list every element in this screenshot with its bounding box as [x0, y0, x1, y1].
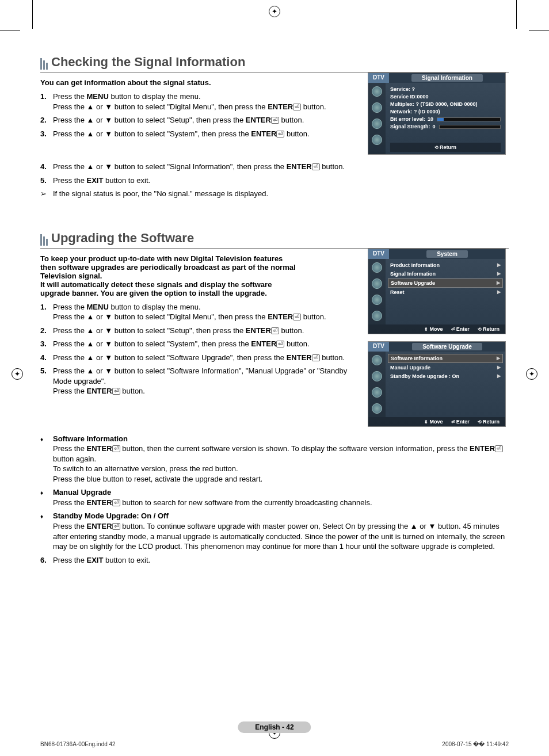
step-text: Press the EXIT button to exit.	[53, 175, 509, 186]
osd-footer: Move Enter Return	[368, 417, 505, 426]
gear-icon	[372, 387, 382, 398]
step-text: Press the MENU button to display the men…	[53, 91, 356, 112]
step-text: Press the ▲ or ▼ button to select "Softw…	[53, 366, 356, 396]
osd-title: Software Upgrade	[412, 343, 482, 350]
crop-mark	[529, 30, 549, 30]
osd-system-menu: DTV System Product Information▶ Signal	[368, 249, 506, 334]
menu-item[interactable]: Product Information▶	[388, 261, 503, 269]
section-title: Checking the Signal Information	[51, 55, 245, 72]
antenna-icon	[372, 371, 382, 381]
step-text: Press the ▲ or ▼ button to select "Syste…	[53, 129, 356, 139]
language-icon	[372, 403, 382, 414]
section-signal-info: Checking the Signal Information You can …	[40, 55, 509, 199]
bullet-body: Press the ENTER⏎ button to search for ne…	[53, 498, 372, 507]
osd-sidebar-icons	[368, 259, 386, 324]
osd-badge: DTV	[368, 73, 389, 83]
step-text: Press the ▲ or ▼ button to select "Syste…	[53, 339, 356, 349]
section-title: Upgrading the Software	[51, 231, 194, 248]
step-text: Press the MENU button to display the men…	[53, 302, 356, 322]
step-text: Press the ▲ or ▼ button to select "Signa…	[53, 162, 509, 172]
crop-mark	[0, 30, 20, 30]
page-number: English - 42	[238, 721, 311, 733]
bullet-body: Press the ENTER⏎ button. To continue sof…	[53, 522, 505, 551]
info-line: Service ID:0000	[390, 94, 501, 100]
registration-mark-icon	[269, 6, 280, 17]
globe-icon	[372, 86, 382, 97]
osd-sidebar-icons	[368, 83, 386, 154]
bullet-title: Software Information	[53, 434, 509, 444]
registration-mark-icon	[526, 368, 537, 380]
menu-item[interactable]: Standby Mode upgrade : On▶	[388, 372, 503, 380]
osd-sidebar-icons	[368, 352, 386, 417]
info-line: Multiplex: ? (TSID 0000, ONID 0000)	[390, 101, 501, 107]
bullet-list: Software InformationPress the ENTER⏎ but…	[40, 434, 509, 552]
info-line: Network: ? (ID 0000)	[390, 109, 501, 114]
step-text: Press the EXIT button to exit.	[53, 555, 509, 566]
note-arrow-icon	[40, 189, 53, 199]
menu-item[interactable]: Signal Information▶	[388, 270, 503, 278]
bullet-title: Standby Mode Upgrade: On / Off	[53, 511, 509, 521]
steps-list: 1.Press the MENU button to display the m…	[40, 91, 356, 139]
section-intro: To keep your product up-to-date with new…	[40, 254, 299, 297]
menu-item[interactable]: Reset▶	[388, 288, 503, 296]
footer-filename: BN68-01736A-00Eng.indd 42	[40, 741, 116, 747]
diamond-bullet-icon	[40, 487, 53, 507]
bullet-body: Press the ENTER⏎ button, then the curren…	[53, 444, 503, 483]
osd-title: System	[426, 250, 468, 258]
note: If the signal status is poor, the "No si…	[40, 189, 509, 199]
antenna-icon	[372, 278, 382, 289]
antenna-icon	[372, 102, 382, 113]
section-software-upgrade: Upgrading the Software To keep your prod…	[40, 231, 509, 566]
section-intro: You can get information about the signal…	[40, 78, 299, 87]
gear-icon	[372, 119, 382, 129]
menu-item-selected[interactable]: Software Upgrade▶	[388, 278, 503, 288]
steps-list-cont: 6.Press the EXIT button to exit.	[40, 555, 509, 566]
crop-mark	[516, 0, 517, 29]
title-bars-icon	[40, 58, 48, 72]
diamond-bullet-icon	[40, 434, 53, 484]
bullet-title: Manual Upgrade	[53, 487, 509, 498]
osd-signal-information: DTV Signal Information Service: ? Servi	[368, 72, 506, 155]
gear-icon	[372, 295, 382, 305]
crop-mark	[32, 0, 33, 29]
print-footer: BN68-01736A-00Eng.indd 42 2008-07-15 �� …	[40, 741, 509, 747]
osd-badge: DTV	[368, 249, 389, 259]
step-text: Press the ▲ or ▼ button to select "Setup…	[53, 115, 356, 125]
step-text: Press the ▲ or ▼ button to select "Softw…	[53, 353, 356, 363]
info-line: Signal Strength:0	[390, 124, 501, 129]
title-bars-icon	[40, 234, 48, 248]
menu-item[interactable]: Manual Upgrade▶	[388, 364, 503, 372]
info-line: Service: ?	[390, 86, 501, 92]
registration-mark-icon	[12, 368, 23, 380]
globe-icon	[372, 262, 382, 273]
osd-footer: Move Enter Return	[368, 324, 505, 334]
footer-timestamp: 2008-07-15 �� 11:49:42	[442, 741, 509, 747]
menu-item-selected[interactable]: Software Information▶	[388, 354, 503, 363]
language-icon	[372, 135, 382, 145]
steps-list-cont: 4.Press the ▲ or ▼ button to select "Sig…	[40, 162, 509, 185]
language-icon	[372, 311, 382, 321]
step-text: Press the ▲ or ▼ button to select "Setup…	[53, 326, 356, 336]
steps-list: 1.Press the MENU button to display the m…	[40, 302, 356, 396]
info-line: Bit error level:10	[390, 116, 501, 122]
osd-footer: Return	[390, 143, 501, 152]
osd-badge: DTV	[368, 342, 389, 352]
diamond-bullet-icon	[40, 511, 53, 551]
osd-software-upgrade-menu: DTV Software Upgrade Software Informatio…	[368, 341, 506, 427]
osd-title: Signal Information	[411, 74, 483, 82]
globe-icon	[372, 355, 382, 365]
